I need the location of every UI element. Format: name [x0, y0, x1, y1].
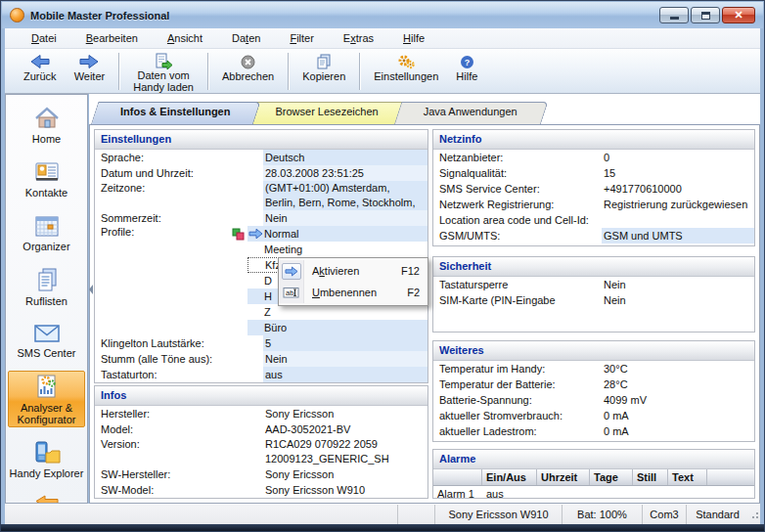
setting-row: Stumm (alle Töne aus): Nein [95, 351, 428, 367]
load-from-phone-button[interactable]: Daten vom Handy laden [124, 52, 202, 91]
setting-row: Klingelton Lautstärke: 5 [95, 335, 428, 351]
shortcut-label: F2 [407, 287, 420, 298]
weiteres-panel: Weiteres Temperatur im Handy: 30°C Tempe… [432, 340, 755, 442]
info-row: Temperatur im Handy: 30°C [433, 361, 754, 377]
window-title: Mobile Master Professional [30, 10, 169, 22]
column-header-still[interactable]: Still [633, 469, 668, 485]
profile-row-hidden-3[interactable]: Z [248, 304, 428, 320]
menu-item[interactable]: Daten [217, 29, 275, 47]
copy-button[interactable]: Kopieren [293, 52, 354, 91]
statusbar-device: Sony Ericsson W910 [434, 505, 562, 524]
toolbar-separator [207, 53, 208, 90]
context-menu-item-umbenennen[interactable]: ab Umbenennen F2 [279, 282, 428, 303]
menu-item[interactable]: Filter [275, 29, 328, 47]
context-menu-item-aktivieren[interactable]: Aktivieren F12 [279, 260, 428, 282]
svg-text:ab: ab [286, 288, 293, 297]
maximize-button[interactable] [691, 7, 720, 23]
info-row: aktueller Ladestrom: 0 mA [433, 423, 754, 439]
statusbar-port: Com3 [642, 505, 686, 524]
alarm-table-header: Ein/Aus Uhrzeit Tage Still Text [433, 469, 754, 486]
toolbar: Zurück Weiter Daten vom Handy laden Abbr… [5, 49, 760, 94]
info-row: Model: AAD-3052021-BV [95, 421, 428, 437]
close-button[interactable]: ✕ [722, 7, 755, 23]
menu-item[interactable]: Hilfe [388, 29, 439, 47]
maximize-icon [701, 12, 710, 20]
menu-item[interactable]: Ansicht [153, 29, 217, 47]
info-row: aktueller Stromverbrauch: 0 mA [433, 408, 754, 423]
statusbar-empty-segment [397, 505, 434, 524]
tab-browser-lesezeichen[interactable]: Browser Lesezeichen [246, 102, 401, 124]
profiles-icon [232, 226, 248, 335]
info-row: Temperatur der Batterie: 28°C [433, 377, 754, 392]
info-row: SIM-Karte (PIN-Eingabe Nein [433, 292, 754, 308]
column-header-uhrzeit[interactable]: Uhrzeit [537, 469, 590, 485]
info-row: Netzwerk Registrierung: Registrierung zu… [433, 197, 754, 212]
sidebar: Home Kontakte Organizer Ruflisten SMS Ce… [5, 94, 88, 504]
toolbar-separator [359, 53, 360, 90]
menu-item[interactable]: Bearbeiten [71, 29, 153, 47]
column-header[interactable] [433, 469, 482, 485]
info-row: Signalqualität: 15 [433, 165, 754, 181]
info-row: Batterie-Spannung: 4099 mV [433, 392, 754, 408]
sidebar-item-home[interactable]: Home [8, 103, 85, 147]
info-row: Netzanbieter: 0 [433, 150, 754, 165]
back-button[interactable]: Zurück [15, 52, 66, 91]
back-arrow-icon [30, 53, 50, 70]
column-header-text[interactable]: Text [668, 469, 707, 485]
activate-arrow-icon [282, 263, 301, 280]
info-row: GSM/UMTS: GSM und UMTS [433, 228, 754, 244]
sidebar-item-kontakte[interactable]: Kontakte [8, 156, 85, 200]
organizer-icon [33, 213, 61, 239]
settings-button[interactable]: Einstellungen [365, 52, 447, 91]
forward-button[interactable]: Weiter [66, 52, 114, 91]
minimize-icon [670, 17, 679, 20]
copy-icon [316, 53, 332, 70]
setting-row: Tastaturton: aus [95, 367, 428, 382]
info-row: SW-Hersteller: Sony Ericsson [95, 466, 428, 482]
active-profile-arrow-icon [248, 227, 264, 241]
sidebar-item-synchronisieren[interactable]: Synchronisieren [8, 491, 85, 504]
help-button[interactable]: ? Hilfe [447, 52, 486, 91]
resize-grip[interactable] [748, 509, 760, 520]
profile-row-buero[interactable]: Büro [248, 320, 428, 335]
column-header-ein-aus[interactable]: Ein/Aus [482, 469, 537, 485]
profile-row-meeting[interactable]: Meeting [248, 242, 428, 257]
info-row: SW-Model: Sony Ericsson W910 [95, 482, 428, 498]
sidebar-item-organizer[interactable]: Organizer [8, 210, 85, 254]
panel-title: Infos [95, 386, 428, 406]
cancel-button[interactable]: Abbrechen [213, 52, 283, 91]
minimize-button[interactable] [659, 7, 689, 23]
panel-title: Weiteres [433, 341, 754, 361]
menu-item[interactable]: Datei [17, 29, 71, 47]
sicherheit-panel: Sicherheit Tastatursperre Nein SIM-Karte… [432, 256, 755, 332]
sidebar-collapse-handle[interactable] [89, 285, 93, 294]
setting-row: Sommerzeit: Nein [95, 210, 428, 226]
menubar: Datei Bearbeiten Ansicht Daten Filter Ex… [5, 28, 760, 49]
panel-title: Netzinfo [433, 130, 754, 150]
info-row: Version: R1CA029 070922 2059 12009123_GE… [95, 437, 428, 466]
info-row: Tastatursperre Nein [433, 277, 754, 292]
sms-center-icon [32, 322, 62, 345]
toolbar-separator [118, 53, 119, 90]
cancel-icon [241, 53, 255, 70]
load-from-phone-icon [155, 53, 172, 69]
setting-row: Sprache: Deutsch [95, 150, 428, 165]
einstellungen-panel: Einstellungen Sprache: Deutsch Datum und… [94, 129, 428, 383]
alarme-panel: Alarme Ein/Aus Uhrzeit Tage Still Text A… [432, 449, 755, 499]
tab-infos-einstellungen[interactable]: Infos & Einstellungen [91, 102, 253, 124]
sidebar-item-ruflisten[interactable]: Ruflisten [8, 264, 85, 309]
column-header-tage[interactable]: Tage [590, 469, 633, 485]
tab-java-anwendungen[interactable]: Java Anwendungen [394, 102, 541, 124]
help-icon: ? [460, 53, 474, 70]
statusbar: Sony Ericsson W910 Bat: 100% Com3 Standa… [5, 504, 760, 524]
menu-item[interactable]: Extras [329, 29, 388, 47]
profile-row-normal[interactable]: Normal [248, 226, 428, 242]
close-icon: ✕ [734, 9, 742, 22]
sidebar-item-handy-explorer[interactable]: Handy Explorer [8, 437, 85, 481]
sidebar-item-analyser-konfigurator[interactable]: Analyser & Konfigurator [8, 371, 85, 427]
infos-panel: Infos Hersteller: Sony Ericsson Model: [94, 385, 428, 499]
sidebar-item-sms-center[interactable]: SMS Center [8, 319, 85, 361]
setting-row: Zeitzone: (GMT+01:00) Amsterdam, Berlin,… [95, 181, 428, 210]
info-row: Hersteller: Sony Ericsson [95, 406, 428, 421]
settings-gears-icon [397, 53, 415, 70]
